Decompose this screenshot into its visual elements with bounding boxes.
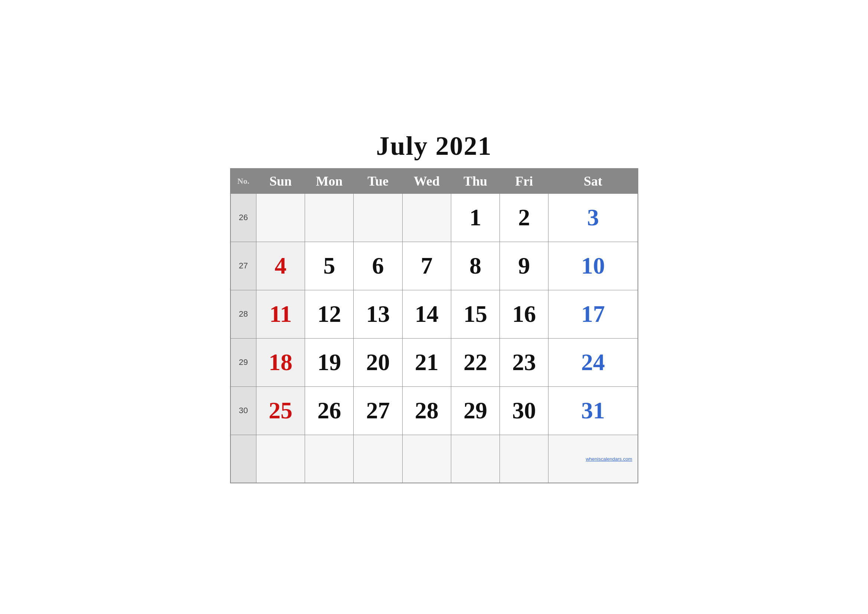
day-number: 17 <box>552 301 634 327</box>
day-number: 11 <box>259 301 302 327</box>
day-cell <box>353 435 402 483</box>
day-cell: 8 <box>451 242 499 290</box>
day-cell: 23 <box>500 338 549 386</box>
watermark: wheniscalendars.com <box>552 456 634 462</box>
header-sat: Sat <box>549 169 638 194</box>
header-row: No. Sun Mon Tue Wed Thu Fri Sat <box>231 169 638 194</box>
day-cell: 1 <box>451 194 499 242</box>
week-row: 2811121314151617 <box>231 290 638 338</box>
day-cell: 22 <box>451 338 499 386</box>
week-number: 29 <box>231 338 256 386</box>
week-row: 26123 <box>231 194 638 242</box>
day-cell: 25 <box>256 386 305 435</box>
header-thu: Thu <box>451 169 499 194</box>
day-cell: 7 <box>402 242 451 290</box>
day-number: 18 <box>259 349 302 375</box>
header-mon: Mon <box>305 169 353 194</box>
header-sun: Sun <box>256 169 305 194</box>
day-number: 3 <box>552 205 634 231</box>
day-cell: 11 <box>256 290 305 338</box>
day-cell: 24 <box>549 338 638 386</box>
day-number: 14 <box>406 301 448 327</box>
header-no: No. <box>231 169 256 194</box>
day-cell: 16 <box>500 290 549 338</box>
day-number: 12 <box>308 301 350 327</box>
header-wed: Wed <box>402 169 451 194</box>
day-number: 20 <box>356 349 399 375</box>
day-cell: 12 <box>305 290 353 338</box>
calendar-title: July 2021 <box>230 131 638 161</box>
day-cell <box>256 194 305 242</box>
day-cell: 4 <box>256 242 305 290</box>
week-row: 3025262728293031 <box>231 386 638 435</box>
day-number: 25 <box>259 398 302 423</box>
day-cell: 28 <box>402 386 451 435</box>
day-number: 28 <box>406 398 448 423</box>
day-number: 22 <box>454 349 496 375</box>
calendar-wrapper: July 2021 No. Sun Mon Tue Wed Thu Fri Sa… <box>230 131 638 484</box>
header-fri: Fri <box>500 169 549 194</box>
day-cell: 5 <box>305 242 353 290</box>
day-number: 23 <box>503 349 545 375</box>
day-cell: 31 <box>549 386 638 435</box>
day-cell: wheniscalendars.com <box>549 435 638 483</box>
calendar-body: 2612327456789102811121314151617291819202… <box>231 194 638 483</box>
day-cell: 27 <box>353 386 402 435</box>
day-number: 29 <box>454 398 496 423</box>
day-cell <box>402 194 451 242</box>
day-cell: 29 <box>451 386 499 435</box>
day-cell: 9 <box>500 242 549 290</box>
day-cell: 15 <box>451 290 499 338</box>
day-number: 1 <box>454 205 496 231</box>
day-cell: 20 <box>353 338 402 386</box>
day-cell: 30 <box>500 386 549 435</box>
week-number: 27 <box>231 242 256 290</box>
week-row: wheniscalendars.com <box>231 435 638 483</box>
day-cell: 3 <box>549 194 638 242</box>
day-cell <box>451 435 499 483</box>
day-number: 9 <box>503 253 545 279</box>
day-number: 6 <box>356 253 399 279</box>
day-number: 31 <box>552 398 634 423</box>
week-number: 26 <box>231 194 256 242</box>
day-number: 4 <box>259 253 302 279</box>
week-row: 2745678910 <box>231 242 638 290</box>
day-cell <box>305 435 353 483</box>
day-cell: 21 <box>402 338 451 386</box>
day-cell <box>500 435 549 483</box>
calendar-table: No. Sun Mon Tue Wed Thu Fri Sat 26123274… <box>230 168 638 484</box>
day-number: 8 <box>454 253 496 279</box>
day-cell <box>402 435 451 483</box>
day-number: 21 <box>406 349 448 375</box>
day-number: 13 <box>356 301 399 327</box>
day-cell: 18 <box>256 338 305 386</box>
day-number: 24 <box>552 349 634 375</box>
day-number: 7 <box>406 253 448 279</box>
day-cell: 19 <box>305 338 353 386</box>
day-cell: 2 <box>500 194 549 242</box>
day-cell: 26 <box>305 386 353 435</box>
day-cell: 6 <box>353 242 402 290</box>
day-cell <box>305 194 353 242</box>
day-cell: 10 <box>549 242 638 290</box>
day-number: 15 <box>454 301 496 327</box>
day-number: 5 <box>308 253 350 279</box>
day-number: 16 <box>503 301 545 327</box>
day-number: 30 <box>503 398 545 423</box>
day-number: 19 <box>308 349 350 375</box>
day-number: 10 <box>552 253 634 279</box>
week-row: 2918192021222324 <box>231 338 638 386</box>
day-number: 2 <box>503 205 545 231</box>
day-cell: 17 <box>549 290 638 338</box>
week-number: 30 <box>231 386 256 435</box>
day-cell: 14 <box>402 290 451 338</box>
week-number: 28 <box>231 290 256 338</box>
day-number: 27 <box>356 398 399 423</box>
week-number <box>231 435 256 483</box>
day-number: 26 <box>308 398 350 423</box>
day-cell <box>256 435 305 483</box>
day-cell: 13 <box>353 290 402 338</box>
header-tue: Tue <box>353 169 402 194</box>
day-cell <box>353 194 402 242</box>
